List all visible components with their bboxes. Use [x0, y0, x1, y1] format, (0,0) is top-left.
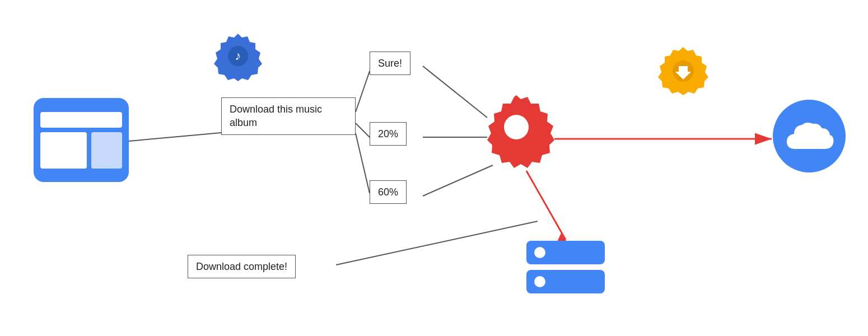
cloud-icon	[773, 100, 846, 172]
svg-line-0	[129, 133, 221, 141]
svg-line-2	[356, 123, 370, 137]
download-music-textbox: Download this music album	[221, 97, 356, 135]
server-dot-1	[534, 247, 545, 258]
server-block-2	[526, 270, 605, 293]
browser-top-bar	[40, 112, 122, 128]
server-dot-2	[534, 276, 545, 287]
download-music-label: Download this music album	[230, 104, 322, 128]
diagram-canvas: ♪ Download this music album Sure! 20% 60…	[0, 0, 868, 336]
music-badge-icon: ♪	[213, 31, 263, 83]
browser-left-panel	[40, 132, 87, 169]
sixty-percent-textbox: 60%	[370, 180, 407, 204]
svg-point-14	[504, 115, 529, 139]
sure-label: Sure!	[378, 58, 402, 69]
red-gear-icon	[476, 87, 557, 170]
yellow-download-badge-icon	[655, 45, 711, 103]
browser-content-row	[40, 132, 122, 169]
svg-line-3	[356, 133, 370, 193]
download-complete-textbox: Download complete!	[188, 255, 296, 278]
browser-app-icon	[34, 98, 129, 182]
svg-line-1	[356, 71, 370, 112]
svg-line-9	[526, 171, 566, 240]
svg-line-7	[336, 221, 538, 265]
twenty-percent-label: 20%	[378, 128, 398, 139]
server-block-1	[526, 241, 605, 264]
svg-text:♪: ♪	[235, 49, 241, 63]
browser-right-panel	[91, 132, 122, 169]
server-blocks	[526, 241, 605, 293]
twenty-percent-textbox: 20%	[370, 122, 407, 146]
diagram-arrows	[0, 0, 868, 336]
sixty-percent-label: 60%	[378, 186, 398, 198]
download-complete-label: Download complete!	[196, 261, 287, 272]
sure-textbox: Sure!	[370, 52, 410, 75]
